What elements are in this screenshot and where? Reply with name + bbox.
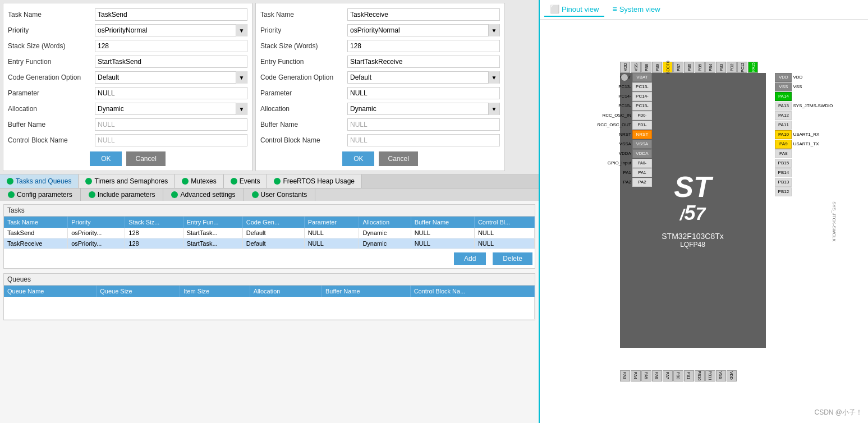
tab-freertos-heap[interactable]: FreeRTOS Heap Usage xyxy=(267,174,362,188)
tasks-table: Task Name Priority Stack Siz... Entry Fu… xyxy=(4,217,535,249)
pin-box-pa12: PA12 xyxy=(775,111,792,120)
chip-model: LQFP48 xyxy=(680,241,705,249)
alloc-select-text-2: Dynamic xyxy=(348,104,488,114)
form-row-entry-2: Entry Function xyxy=(260,55,500,68)
codegen-select-2[interactable]: Default ▼ xyxy=(347,71,500,84)
top-pins: VDD VSS PB8 PB9 BOOT0 PB7 PB6 PB5 PB4 PB… xyxy=(620,62,758,73)
taskname-label-2: Task Name xyxy=(260,11,347,19)
priority-select-2[interactable]: osPriorityNormal ▼ xyxy=(347,24,500,36)
stack-input-1[interactable] xyxy=(95,40,247,52)
cell-entry-0: StartTask... xyxy=(183,228,242,238)
pin-bottom: PB11 xyxy=(705,370,715,381)
tab-advanced-settings[interactable]: Advanced settings xyxy=(163,188,244,201)
codegen-arrow-1[interactable]: ▼ xyxy=(236,71,247,84)
chip-name: STM32F103C8Tx xyxy=(662,232,723,241)
entry-input-2[interactable] xyxy=(347,56,500,68)
taskname-input-1[interactable] xyxy=(95,8,247,21)
pin-bottom: PB10 xyxy=(695,370,705,381)
ok-button-1[interactable]: OK xyxy=(90,151,122,166)
control-label-1: Control Block Name xyxy=(8,136,95,144)
pin-label-rcc-osc-in: RCC_OSC_IN xyxy=(602,113,631,118)
cell-entry-1: StartTask... xyxy=(183,238,242,249)
pin-label-gpio-input: GPIO_Input xyxy=(608,160,631,165)
codegen-arrow-2[interactable]: ▼ xyxy=(488,71,499,84)
alloc-select-text-1: Dynamic xyxy=(95,104,236,114)
form-row-stack-2: Stack Size (Words) xyxy=(260,39,500,53)
tab-include-params[interactable]: Include parameters xyxy=(81,188,164,201)
system-view-label: System view xyxy=(619,5,660,13)
taskname-value-1 xyxy=(95,8,247,21)
col-code-gen: Code Gen... xyxy=(242,217,304,228)
cell-buffer-0: NULL xyxy=(411,228,474,238)
right-pins: VDD VDD VSS VSS PA14 PA13 SYS_JTMS-SWDIO… xyxy=(775,73,833,196)
tab-user-constants[interactable]: User Constants xyxy=(244,188,316,201)
tab2-dot-3 xyxy=(171,191,178,198)
pin-box-pc15: PC15- xyxy=(632,102,652,111)
pin-box-pb12: PB12 xyxy=(775,187,792,196)
pin-box-pc13: PC13- xyxy=(632,82,652,91)
pin-rlabel-pa9: USART1_TX xyxy=(793,141,819,146)
buffer-input-2[interactable] xyxy=(347,118,500,131)
queues-empty-row xyxy=(4,297,535,319)
tasks-action-row: Add Delete xyxy=(4,249,535,268)
pin-label-vssa: VSSA xyxy=(619,141,631,146)
table-row[interactable]: TaskSend osPriority... 128 StartTask... … xyxy=(4,228,535,238)
cell-stack-0: 128 xyxy=(125,228,183,238)
codegen-select-text-2: Default xyxy=(348,72,488,82)
tab-events[interactable]: Events xyxy=(224,174,268,188)
view-tabs: ⬜ Pinout view ≡ System view xyxy=(540,0,868,20)
entry-value-2 xyxy=(347,56,500,68)
cell-alloc-1: Dynamic xyxy=(359,238,411,249)
delete-task-button[interactable]: Delete xyxy=(493,252,532,265)
cell-buffer-1: NULL xyxy=(411,238,474,249)
control-input-1[interactable] xyxy=(95,134,247,146)
alloc-value-1: Dynamic ▼ xyxy=(95,103,247,115)
tab-system-view[interactable]: ≡ System view xyxy=(607,2,665,17)
alloc-arrow-2[interactable]: ▼ xyxy=(488,103,499,115)
entry-value-1 xyxy=(95,56,247,68)
param-input-1[interactable] xyxy=(95,87,247,99)
pin-top: PB4 xyxy=(705,62,715,73)
control-input-2[interactable] xyxy=(347,134,500,146)
priority-select-text-2: osPriorityNormal xyxy=(348,25,488,35)
alloc-select-2[interactable]: Dynamic ▼ xyxy=(347,103,500,115)
table-row[interactable]: TaskReceive osPriority... 128 StartTask.… xyxy=(4,238,535,249)
priority-arrow-2[interactable]: ▼ xyxy=(488,24,499,36)
buffer-input-1[interactable] xyxy=(95,118,247,131)
taskname-label-1: Task Name xyxy=(8,11,95,19)
alloc-arrow-1[interactable]: ▼ xyxy=(236,103,247,115)
pin-box-rcc-osc-out: PD1- xyxy=(632,121,652,130)
cell-taskname-0: TaskSend xyxy=(4,228,68,238)
priority-select-1[interactable]: osPriorityNormal ▼ xyxy=(95,24,247,36)
queues-section-title: Queues xyxy=(4,274,535,286)
form-row-entry-1: Entry Function xyxy=(8,55,247,68)
tab-tasks-queues[interactable]: Tasks and Queues xyxy=(0,174,79,188)
add-task-button[interactable]: Add xyxy=(454,252,486,265)
taskname-input-2[interactable] xyxy=(347,8,500,21)
stack-label-2: Stack Size (Words) xyxy=(260,42,347,50)
param-input-2[interactable] xyxy=(347,87,500,99)
cell-codegen-1: Default xyxy=(242,238,304,249)
alloc-select-1[interactable]: Dynamic ▼ xyxy=(95,103,247,115)
stack-input-2[interactable] xyxy=(347,40,500,52)
codegen-value-2: Default ▼ xyxy=(347,71,500,84)
tab2-dot-4 xyxy=(252,191,259,198)
ok-button-2[interactable]: OK xyxy=(342,151,374,166)
tab-mutexes[interactable]: Mutexes xyxy=(175,174,223,188)
tasks-section: Tasks Task Name Priority Stack Siz... En… xyxy=(3,204,535,269)
chip-logo: ST xyxy=(674,172,711,201)
tab-pinout-view[interactable]: ⬜ Pinout view xyxy=(544,2,604,17)
tab-config-params[interactable]: Config parameters xyxy=(0,188,81,201)
codegen-value-1: Default ▼ xyxy=(95,71,247,84)
entry-input-1[interactable] xyxy=(95,56,247,68)
cancel-button-2[interactable]: Cancel xyxy=(379,151,417,166)
pin-box-pb15: PB15 xyxy=(775,159,792,168)
alloc-value-2: Dynamic ▼ xyxy=(347,103,500,115)
cancel-button-1[interactable]: Cancel xyxy=(126,151,165,166)
tab-timers-semaphores[interactable]: Timers and Semaphores xyxy=(79,174,175,188)
tab-label-4: Events xyxy=(240,177,260,185)
pin-bottom: PA6 xyxy=(652,370,662,381)
codegen-select-1[interactable]: Default ▼ xyxy=(95,71,247,84)
priority-arrow-1[interactable]: ▼ xyxy=(236,24,247,36)
pin-box-rcc-osc-in: PD0- xyxy=(632,111,652,120)
